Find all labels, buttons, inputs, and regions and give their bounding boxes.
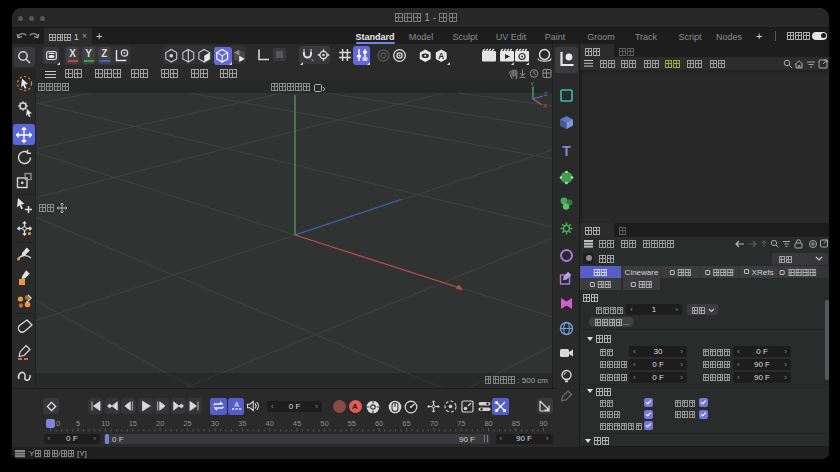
svg-text:75: 75 <box>457 419 465 428</box>
svg-text:10: 10 <box>101 419 109 428</box>
svg-text:25: 25 <box>183 419 191 428</box>
svg-text:90: 90 <box>539 419 547 428</box>
svg-text:A: A <box>234 401 239 408</box>
svg-text:45: 45 <box>293 419 301 428</box>
svg-text:85: 85 <box>512 419 520 428</box>
svg-text:30: 30 <box>211 419 219 428</box>
svg-text:55: 55 <box>348 419 356 428</box>
svg-text:X: X <box>543 103 547 109</box>
svg-text:40: 40 <box>266 419 274 428</box>
svg-text:Z: Z <box>544 91 548 97</box>
svg-text:35: 35 <box>238 419 246 428</box>
svg-text:50: 50 <box>320 419 328 428</box>
svg-text:0: 0 <box>56 419 60 428</box>
svg-text:Y: Y <box>530 81 534 87</box>
svg-text:T: T <box>562 143 571 158</box>
svg-text:15: 15 <box>129 419 137 428</box>
svg-text:5: 5 <box>76 419 80 428</box>
svg-text:20: 20 <box>156 419 164 428</box>
svg-text:A: A <box>438 52 444 61</box>
svg-text:60: 60 <box>375 419 383 428</box>
svg-text:70: 70 <box>430 419 438 428</box>
svg-text:65: 65 <box>402 419 410 428</box>
svg-text:80: 80 <box>484 419 492 428</box>
